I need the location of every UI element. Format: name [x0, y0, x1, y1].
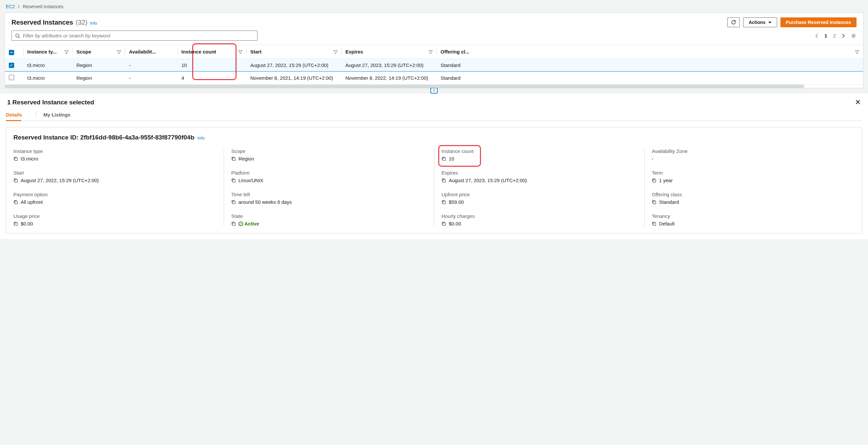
page-next[interactable]: [842, 33, 845, 38]
select-all-header[interactable]: [5, 45, 23, 59]
copy-icon[interactable]: [231, 221, 236, 226]
field-value: Region: [239, 156, 254, 161]
sort-icon[interactable]: ▽: [117, 49, 121, 55]
col-expires[interactable]: Expires: [345, 49, 363, 55]
table-row[interactable]: t3.micro Region - 4 November 8, 2021, 14…: [5, 71, 863, 85]
copy-icon[interactable]: [441, 200, 446, 204]
col-scope[interactable]: Scope: [76, 49, 91, 55]
selection-title: 1 Reserved Instance selected: [7, 99, 94, 106]
copy-icon[interactable]: [652, 221, 656, 226]
copy-icon[interactable]: [652, 200, 656, 204]
refresh-button[interactable]: [727, 18, 740, 27]
col-instance-type[interactable]: Instance ty...: [27, 49, 57, 55]
col-start[interactable]: Start: [250, 49, 261, 55]
copy-icon[interactable]: [13, 178, 18, 183]
breadcrumb-current: Reserved Instances: [23, 4, 63, 9]
field-value: t3.micro: [21, 156, 38, 161]
field-value: August 27, 2022, 15:29 (UTC+2:00): [21, 178, 99, 183]
svg-rect-8: [232, 201, 235, 204]
field-label: Start: [13, 170, 217, 176]
sort-icon[interactable]: ▽: [239, 49, 242, 55]
svg-rect-14: [653, 179, 656, 182]
copy-icon[interactable]: [13, 221, 18, 226]
copy-icon[interactable]: [13, 200, 18, 204]
cell-start: November 8, 2021, 14:19 (UTC+2:00): [246, 71, 341, 85]
search-icon: [15, 33, 20, 38]
field-label: Offering class: [652, 191, 847, 197]
copy-icon[interactable]: [13, 156, 18, 161]
cell-offering: Standard: [437, 59, 863, 71]
cell-az: -: [125, 71, 178, 85]
tab-details[interactable]: Details: [6, 109, 29, 121]
cell-instance-type: t3.micro: [23, 71, 72, 85]
tab-my-listings[interactable]: My Listings: [43, 109, 77, 121]
field-label: Upfront price: [441, 191, 637, 197]
breadcrumb: EC2 Reserved Instances: [0, 0, 868, 12]
field-label: State: [231, 213, 427, 219]
cell-count: 4: [178, 71, 246, 85]
checkbox-indeterminate-icon[interactable]: [9, 50, 14, 55]
copy-icon[interactable]: [231, 178, 236, 183]
field-label: Payment option: [13, 191, 217, 197]
col-az[interactable]: Availabilit...: [129, 49, 156, 55]
field-value: around 50 weeks 6 days: [239, 199, 292, 205]
field-value: August 27, 2023, 15:29 (UTC+2:00): [449, 178, 527, 183]
copy-icon[interactable]: [231, 200, 236, 204]
field-label: Expires: [441, 170, 637, 176]
cell-instance-type: t3.micro: [23, 59, 72, 71]
svg-rect-2: [15, 158, 18, 160]
page-prev[interactable]: [815, 33, 818, 38]
field-label: Instance type: [13, 148, 217, 154]
col-offering[interactable]: Offering cl...: [440, 49, 469, 55]
settings-button[interactable]: [850, 33, 857, 39]
sort-icon[interactable]: ▽: [855, 49, 859, 55]
field-value: $0.00: [449, 221, 461, 227]
detail-tabs: Details My Listings: [6, 109, 862, 121]
purchase-button[interactable]: Purchase Reserved Instances: [780, 18, 857, 27]
actions-button[interactable]: Actions: [743, 18, 777, 27]
page-2[interactable]: 2: [833, 33, 836, 38]
copy-icon[interactable]: [441, 178, 446, 183]
field-value: 10: [449, 156, 454, 161]
table-row[interactable]: t3.micro Region - 10 August 27, 2022, 15…: [5, 59, 863, 71]
page-title-count: (32): [76, 19, 88, 26]
gear-icon: [850, 33, 857, 39]
cell-az: -: [125, 59, 178, 71]
info-link[interactable]: Info: [197, 136, 205, 141]
svg-rect-6: [232, 158, 235, 160]
detail-grid: Instance type t3.micro Start August 27, …: [13, 148, 855, 227]
svg-rect-7: [232, 179, 235, 182]
field-value: Standard: [659, 199, 679, 205]
cell-expires: November 8, 2022, 14:19 (UTC+2:00): [341, 71, 437, 85]
svg-rect-15: [653, 201, 656, 204]
sort-icon[interactable]: ▽: [334, 49, 338, 55]
field-value: All upfront: [21, 199, 43, 205]
copy-icon[interactable]: [441, 221, 446, 226]
search-box[interactable]: [11, 31, 257, 41]
breadcrumb-root[interactable]: EC2: [6, 4, 15, 9]
info-link[interactable]: Info: [90, 21, 97, 26]
cell-count: 10: [178, 59, 246, 71]
field-value: 1 year: [659, 178, 673, 183]
field-label: Hourly charges: [441, 213, 637, 219]
copy-icon[interactable]: [231, 156, 236, 161]
sort-icon[interactable]: ▽: [65, 49, 68, 55]
field-value: Linux/UNIX: [239, 178, 264, 183]
state-badge: ✓Active: [239, 221, 259, 227]
search-input[interactable]: [23, 33, 254, 38]
page-1[interactable]: 1: [825, 33, 827, 38]
sort-icon[interactable]: ▽: [429, 49, 433, 55]
split-panel-handle[interactable]: =: [430, 88, 438, 93]
reserved-instances-panel: Reserved Instances (32) Info Actions Pur…: [5, 12, 863, 88]
copy-icon[interactable]: [652, 178, 656, 183]
svg-rect-11: [443, 179, 445, 182]
row-checkbox[interactable]: [9, 63, 14, 68]
chevron-right-icon: [18, 5, 20, 8]
caret-down-icon: [768, 22, 772, 23]
col-count[interactable]: Instance count: [181, 49, 216, 55]
close-button[interactable]: ✕: [855, 98, 861, 107]
row-checkbox[interactable]: [9, 75, 14, 80]
detail-id-heading: Reserved Instance ID: 2fbf16dd-98b6-4a3a…: [13, 134, 194, 141]
copy-icon[interactable]: [441, 156, 446, 161]
horizontal-scrollbar[interactable]: [5, 85, 804, 88]
